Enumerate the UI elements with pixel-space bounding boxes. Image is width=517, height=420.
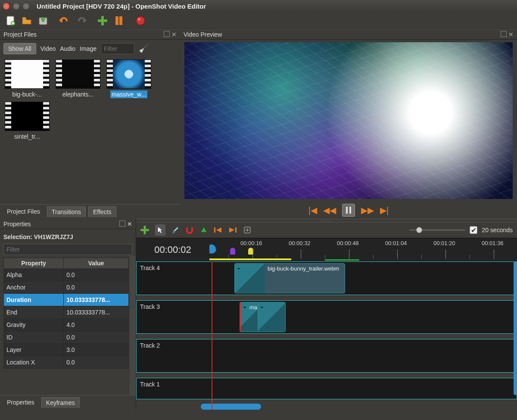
file-thumb-label: massive_w...	[110, 90, 147, 98]
fast-forward-button[interactable]: ▶▶	[361, 205, 374, 215]
main-toolbar	[0, 12, 517, 29]
track-header[interactable]: Track 1	[136, 378, 209, 399]
clip-menu-icon[interactable]: ⌄	[237, 264, 241, 271]
property-row: Alpha0.0	[4, 269, 129, 281]
jump-start-button[interactable]: |◀	[308, 205, 317, 215]
center-playhead-button[interactable]	[243, 226, 252, 234]
file-thumb[interactable]: sintel_tr...	[3, 102, 51, 140]
marker-icon[interactable]	[230, 248, 235, 255]
property-row: Duration10.033333778...	[4, 294, 129, 306]
pointer-tool-button[interactable]	[155, 224, 165, 236]
video-preview-title: Video Preview	[184, 31, 222, 38]
project-files-tabbar: Project Files Transitions Effects	[0, 204, 180, 219]
track-row[interactable]: ⌄ ma... ⌄	[209, 300, 517, 334]
new-project-button[interactable]	[3, 14, 17, 28]
properties-table[interactable]: Property Value Alpha0.0 Anchor0.0 Durati…	[3, 258, 129, 395]
window-maximize-button[interactable]	[22, 3, 30, 10]
timeline-vertical-scrollbar[interactable]	[514, 261, 517, 395]
tab-transitions[interactable]: Transitions	[47, 206, 86, 217]
jump-end-button[interactable]: ▶|	[380, 205, 389, 215]
track-row[interactable]	[209, 339, 517, 373]
import-files-button[interactable]	[96, 14, 109, 28]
filter-image[interactable]: Image	[80, 45, 97, 52]
dock-float-icon[interactable]	[501, 31, 507, 37]
timeline-horizontal-scrollbar[interactable]	[201, 404, 261, 410]
svg-point-10	[172, 231, 175, 233]
filter-audio[interactable]: Audio	[60, 45, 75, 52]
dock-close-icon[interactable]: ✕	[127, 221, 132, 227]
file-thumb[interactable]: elephants...	[54, 59, 102, 98]
window-minimize-button[interactable]	[12, 3, 20, 10]
video-preview-canvas[interactable]	[184, 42, 513, 199]
filter-video[interactable]: Video	[40, 45, 56, 52]
snapping-button[interactable]	[185, 226, 194, 234]
svg-rect-9	[349, 207, 351, 214]
save-project-button[interactable]	[36, 14, 50, 28]
clear-filter-icon[interactable]: 🧹	[139, 44, 148, 53]
timeline-current-time: 00:00:02	[136, 238, 209, 261]
tab-properties[interactable]: Properties	[3, 397, 39, 408]
file-thumb[interactable]: big-buck-...	[3, 59, 51, 98]
property-row: Gravity4.0	[4, 319, 129, 331]
properties-col-property[interactable]: Property	[4, 258, 64, 269]
playhead-line[interactable]	[212, 261, 212, 410]
properties-selection: Selection: VH1WZRJZ7J	[0, 229, 136, 243]
timeline-ruler[interactable]: 00:00:02 00:00:16 00:00:32 00:00:48 00:0…	[136, 238, 517, 261]
tab-effects[interactable]: Effects	[88, 206, 116, 217]
dock-float-icon[interactable]	[164, 31, 170, 37]
timeline-clip[interactable]: ⌄ big-buck-bunny_trailer.webm	[234, 263, 345, 293]
zoom-lock-checkbox[interactable]: ✔	[470, 226, 477, 234]
filter-input[interactable]	[101, 43, 134, 54]
timeline-tracks[interactable]: Track 4 Track 3 Track 2 Track 1 ⌄ big-bu…	[136, 261, 517, 410]
properties-scrollbar[interactable]	[130, 256, 136, 395]
clip-label: big-buck-bunny_trailer.webm	[265, 264, 345, 293]
dock-close-icon[interactable]: ✕	[508, 31, 514, 38]
zoom-slider[interactable]	[409, 229, 465, 231]
property-row: End10.033333778...	[4, 306, 129, 319]
properties-title: Properties	[3, 221, 31, 227]
ruler-tick-label: 00:00:48	[337, 240, 359, 246]
track-header[interactable]: Track 4	[136, 261, 209, 295]
property-row: Location X0.0	[4, 356, 129, 369]
undo-button[interactable]	[58, 14, 72, 28]
profile-button[interactable]	[112, 14, 126, 28]
next-marker-button[interactable]	[228, 227, 237, 233]
zoom-label: 20 seconds	[482, 227, 513, 233]
project-files-thumbnails: big-buck-... elephants... massive_w... s…	[0, 58, 180, 204]
add-track-button[interactable]	[140, 226, 149, 234]
play-pause-button[interactable]	[342, 204, 355, 217]
track-row[interactable]: ⌄ big-buck-bunny_trailer.webm	[209, 261, 517, 295]
properties-col-value[interactable]: Value	[64, 258, 129, 269]
timeline-clip[interactable]: ⌄ ma...	[240, 302, 260, 332]
rewind-button[interactable]: ◀◀	[323, 205, 336, 215]
timeline-clip[interactable]: ⌄	[258, 302, 286, 332]
dock-float-icon[interactable]	[119, 221, 125, 227]
clip-menu-icon[interactable]: ⌄	[243, 303, 247, 309]
track-header[interactable]: Track 2	[136, 339, 209, 373]
svg-rect-3	[115, 16, 118, 25]
window-close-button[interactable]	[3, 3, 10, 10]
playhead-icon[interactable]	[209, 244, 216, 254]
property-row: ID0.0	[4, 331, 129, 344]
window-titlebar: Untitled Project [HDV 720 24p] - OpenSho…	[0, 0, 517, 12]
tab-project-files[interactable]: Project Files	[3, 206, 44, 217]
filter-show-all[interactable]: Show All	[3, 43, 36, 54]
previous-marker-button[interactable]	[214, 227, 222, 233]
svg-rect-4	[119, 16, 122, 25]
project-files-filter-row: Show All Video Audio Image 🧹	[0, 40, 180, 58]
splitter-handle[interactable]: ::::::	[136, 219, 517, 222]
file-thumb[interactable]: massive_w...	[105, 59, 153, 98]
open-project-button[interactable]	[20, 14, 34, 28]
properties-header: Properties ✕	[0, 219, 136, 229]
track-header[interactable]: Track 3	[136, 300, 209, 334]
dock-close-icon[interactable]: ✕	[171, 31, 177, 38]
tab-keyframes[interactable]: Keyframes	[41, 397, 80, 408]
razor-tool-button[interactable]	[171, 226, 179, 234]
properties-filter-input[interactable]	[3, 244, 132, 255]
track-row[interactable]	[209, 378, 517, 399]
add-marker-button[interactable]	[200, 226, 208, 234]
clip-menu-icon[interactable]: ⌄	[260, 303, 264, 309]
redo-button[interactable]	[74, 14, 88, 28]
ruler-tick-label: 00:01:04	[385, 240, 407, 246]
export-video-button[interactable]	[134, 14, 147, 28]
